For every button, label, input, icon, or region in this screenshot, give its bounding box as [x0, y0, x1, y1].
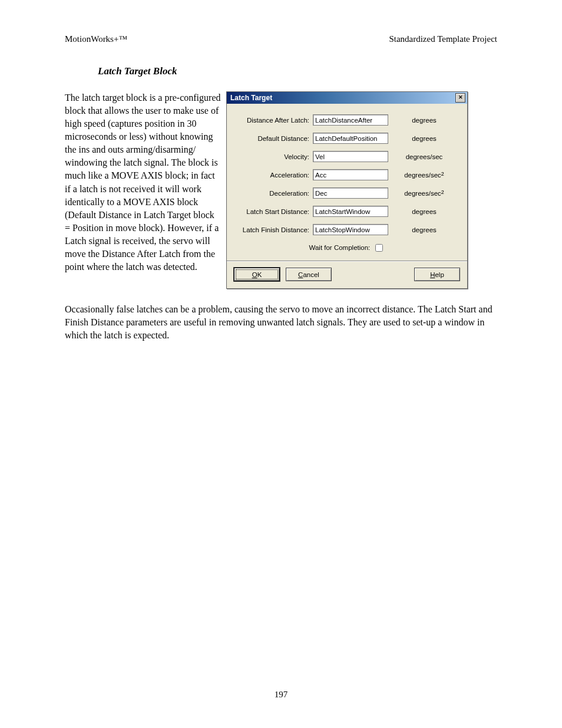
- row-wait-for-completion: Wait for Completion:: [234, 242, 460, 253]
- running-header: MotionWorks+™ Standardized Template Proj…: [65, 34, 497, 44]
- header-left: MotionWorks+™: [65, 34, 127, 44]
- dialog-screenshot: Latch Target ✕ Distance After Latch: deg…: [226, 91, 468, 289]
- unit-default-distance: degrees: [388, 135, 460, 142]
- unit-latch-start-distance: degrees: [388, 208, 460, 215]
- dialog-body: Distance After Latch: degrees Default Di…: [227, 104, 467, 288]
- dialog-title-text: Latch Target: [230, 94, 272, 102]
- dialog-titlebar[interactable]: Latch Target ✕: [227, 92, 467, 104]
- help-button[interactable]: Help: [414, 268, 460, 281]
- row-acceleration: Acceleration: degrees/sec2: [234, 169, 460, 180]
- close-icon[interactable]: ✕: [455, 93, 465, 103]
- row-default-distance: Default Distance: degrees: [234, 133, 460, 144]
- unit-latch-finish-distance: degrees: [388, 226, 460, 233]
- latch-target-dialog: Latch Target ✕ Distance After Latch: deg…: [226, 91, 468, 289]
- input-distance-after-latch[interactable]: [313, 114, 388, 126]
- row-latch-finish-distance: Latch Finish Distance: degrees: [234, 224, 460, 235]
- checkbox-wait-for-completion[interactable]: [375, 244, 383, 252]
- label-velocity: Velocity:: [234, 153, 313, 160]
- two-column-layout: The latch target block is a pre-configur…: [65, 91, 497, 289]
- left-paragraph: The latch target block is a pre-configur…: [65, 91, 222, 274]
- label-latch-start-distance: Latch Start Distance:: [234, 208, 313, 215]
- row-deceleration: Deceleration: degrees/sec2: [234, 187, 460, 199]
- input-default-distance[interactable]: [313, 133, 388, 144]
- row-distance-after-latch: Distance After Latch: degrees: [234, 114, 460, 126]
- label-deceleration: Deceleration:: [234, 190, 313, 197]
- section-title: Latch Target Block: [98, 65, 497, 77]
- header-right: Standardized Template Project: [389, 34, 497, 44]
- row-latch-start-distance: Latch Start Distance: degrees: [234, 206, 460, 217]
- unit-acceleration: degrees/sec2: [388, 172, 460, 179]
- followup-paragraph: Occasionally false latches can be a prob…: [65, 303, 497, 342]
- input-deceleration[interactable]: [313, 187, 388, 199]
- input-acceleration[interactable]: [313, 169, 388, 180]
- label-wait-for-completion: Wait for Completion:: [309, 244, 371, 251]
- document-page: MotionWorks+™ Standardized Template Proj…: [0, 0, 562, 728]
- page-number: 197: [0, 690, 562, 700]
- unit-deceleration: degrees/sec2: [388, 190, 460, 197]
- label-distance-after-latch: Distance After Latch:: [234, 117, 313, 124]
- ok-button[interactable]: OK: [234, 268, 280, 281]
- input-latch-start-distance[interactable]: [313, 206, 388, 217]
- input-latch-finish-distance[interactable]: [313, 224, 388, 235]
- label-latch-finish-distance: Latch Finish Distance:: [234, 226, 313, 233]
- dialog-divider: [227, 261, 467, 262]
- cancel-button[interactable]: Cancel: [286, 268, 332, 281]
- unit-velocity: degrees/sec: [388, 153, 460, 160]
- label-default-distance: Default Distance:: [234, 135, 313, 142]
- unit-distance-after-latch: degrees: [388, 117, 460, 124]
- dialog-button-row: OK Cancel Help: [234, 268, 460, 284]
- row-velocity: Velocity: degrees/sec: [234, 151, 460, 162]
- label-acceleration: Acceleration:: [234, 172, 313, 179]
- input-velocity[interactable]: [313, 151, 388, 162]
